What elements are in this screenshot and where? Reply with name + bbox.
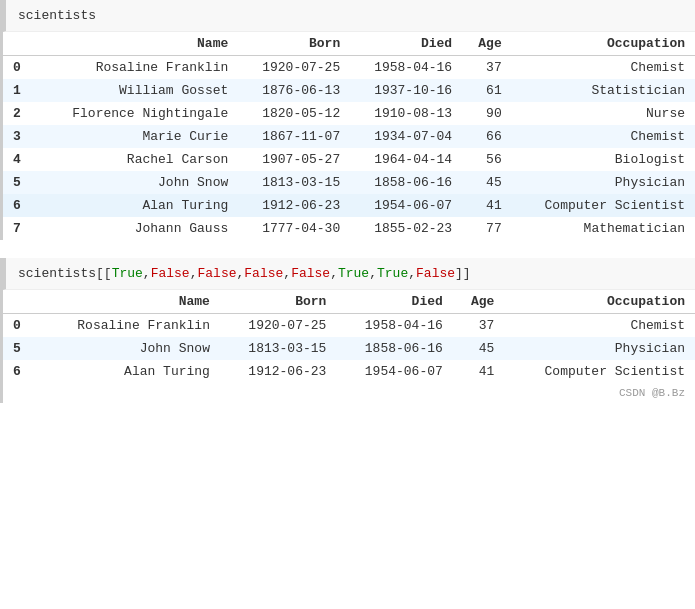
row-age: 41 bbox=[462, 194, 512, 217]
code-part: ]] bbox=[455, 266, 471, 281]
code-part: True bbox=[338, 266, 369, 281]
code-part: [[ bbox=[96, 266, 112, 281]
row-born: 1867-11-07 bbox=[238, 125, 350, 148]
row-occupation: Physician bbox=[512, 171, 695, 194]
row-born: 1912-06-23 bbox=[220, 360, 336, 383]
t2-col-header-born: Born bbox=[220, 290, 336, 314]
t2-col-header-name: Name bbox=[39, 290, 220, 314]
code-part: , bbox=[330, 266, 338, 281]
col-header-born: Born bbox=[238, 32, 350, 56]
table2-header-row: Name Born Died Age Occupation bbox=[3, 290, 695, 314]
code-label-1: scientists bbox=[18, 8, 96, 23]
table-row: 0 Rosaline Franklin 1920-07-25 1958-04-1… bbox=[3, 314, 695, 338]
dataframe-1: Name Born Died Age Occupation 0 Rosaline… bbox=[3, 32, 695, 240]
code-part: , bbox=[369, 266, 377, 281]
row-died: 1934-07-04 bbox=[350, 125, 462, 148]
col-header-index bbox=[3, 32, 37, 56]
row-born: 1920-07-25 bbox=[238, 56, 350, 80]
row-index: 5 bbox=[3, 171, 37, 194]
row-name: John Snow bbox=[39, 337, 220, 360]
table-header-row: Name Born Died Age Occupation bbox=[3, 32, 695, 56]
code-part: False bbox=[244, 266, 283, 281]
table-row: 2 Florence Nightingale 1820-05-12 1910-0… bbox=[3, 102, 695, 125]
row-occupation: Nurse bbox=[512, 102, 695, 125]
row-name: Rosaline Franklin bbox=[37, 56, 238, 80]
code-part: , bbox=[143, 266, 151, 281]
table-row: 0 Rosaline Franklin 1920-07-25 1958-04-1… bbox=[3, 56, 695, 80]
col-header-occupation: Occupation bbox=[512, 32, 695, 56]
dataframe-2: Name Born Died Age Occupation 0 Rosaline… bbox=[3, 290, 695, 383]
row-index: 0 bbox=[3, 56, 37, 80]
output-table-2: Name Born Died Age Occupation 0 Rosaline… bbox=[0, 290, 695, 403]
code-part: False bbox=[151, 266, 190, 281]
t2-col-header-died: Died bbox=[336, 290, 452, 314]
col-header-age: Age bbox=[462, 32, 512, 56]
row-name: Marie Curie bbox=[37, 125, 238, 148]
row-died: 1910-08-13 bbox=[350, 102, 462, 125]
row-index: 5 bbox=[3, 337, 39, 360]
row-age: 37 bbox=[462, 56, 512, 80]
row-born: 1912-06-23 bbox=[238, 194, 350, 217]
row-died: 1858-06-16 bbox=[336, 337, 452, 360]
row-born: 1876-06-13 bbox=[238, 79, 350, 102]
col-header-name: Name bbox=[37, 32, 238, 56]
row-age: 45 bbox=[453, 337, 505, 360]
code-part: True bbox=[112, 266, 143, 281]
row-age: 45 bbox=[462, 171, 512, 194]
row-occupation: Physician bbox=[504, 337, 695, 360]
row-index: 4 bbox=[3, 148, 37, 171]
row-name: Johann Gauss bbox=[37, 217, 238, 240]
row-name: John Snow bbox=[37, 171, 238, 194]
row-born: 1907-05-27 bbox=[238, 148, 350, 171]
row-died: 1954-06-07 bbox=[350, 194, 462, 217]
row-index: 7 bbox=[3, 217, 37, 240]
table-row: 7 Johann Gauss 1777-04-30 1855-02-23 77 … bbox=[3, 217, 695, 240]
table-row: 6 Alan Turing 1912-06-23 1954-06-07 41 C… bbox=[3, 194, 695, 217]
row-occupation: Statistician bbox=[512, 79, 695, 102]
row-occupation: Chemist bbox=[512, 125, 695, 148]
row-age: 77 bbox=[462, 217, 512, 240]
row-born: 1813-03-15 bbox=[238, 171, 350, 194]
row-index: 3 bbox=[3, 125, 37, 148]
table-row: 1 William Gosset 1876-06-13 1937-10-16 6… bbox=[3, 79, 695, 102]
row-index: 1 bbox=[3, 79, 37, 102]
table-row: 5 John Snow 1813-03-15 1858-06-16 45 Phy… bbox=[3, 337, 695, 360]
col-header-died: Died bbox=[350, 32, 462, 56]
row-age: 61 bbox=[462, 79, 512, 102]
t2-col-header-age: Age bbox=[453, 290, 505, 314]
table-row: 4 Rachel Carson 1907-05-27 1964-04-14 56… bbox=[3, 148, 695, 171]
row-age: 90 bbox=[462, 102, 512, 125]
row-born: 1820-05-12 bbox=[238, 102, 350, 125]
row-name: Alan Turing bbox=[37, 194, 238, 217]
code-part: False bbox=[291, 266, 330, 281]
row-died: 1964-04-14 bbox=[350, 148, 462, 171]
row-name: William Gosset bbox=[37, 79, 238, 102]
code-part: False bbox=[416, 266, 455, 281]
row-name: Rachel Carson bbox=[37, 148, 238, 171]
output-table-1: Name Born Died Age Occupation 0 Rosaline… bbox=[0, 32, 695, 240]
code-part: scientists bbox=[18, 266, 96, 281]
code-part: False bbox=[197, 266, 236, 281]
row-age: 37 bbox=[453, 314, 505, 338]
t2-col-header-index bbox=[3, 290, 39, 314]
row-index: 6 bbox=[3, 194, 37, 217]
code-cell-1: scientists bbox=[0, 0, 695, 32]
row-name: Florence Nightingale bbox=[37, 102, 238, 125]
row-died: 1937-10-16 bbox=[350, 79, 462, 102]
code-part: , bbox=[408, 266, 416, 281]
row-index: 2 bbox=[3, 102, 37, 125]
row-died: 1954-06-07 bbox=[336, 360, 452, 383]
code-part: True bbox=[377, 266, 408, 281]
row-born: 1813-03-15 bbox=[220, 337, 336, 360]
watermark: CSDN @B.Bz bbox=[3, 383, 695, 403]
row-born: 1777-04-30 bbox=[238, 217, 350, 240]
row-occupation: Biologist bbox=[512, 148, 695, 171]
table-row: 6 Alan Turing 1912-06-23 1954-06-07 41 C… bbox=[3, 360, 695, 383]
row-died: 1855-02-23 bbox=[350, 217, 462, 240]
row-name: Rosaline Franklin bbox=[39, 314, 220, 338]
table-row: 3 Marie Curie 1867-11-07 1934-07-04 66 C… bbox=[3, 125, 695, 148]
row-age: 56 bbox=[462, 148, 512, 171]
t2-col-header-occupation: Occupation bbox=[504, 290, 695, 314]
row-died: 1858-06-16 bbox=[350, 171, 462, 194]
row-occupation: Mathematician bbox=[512, 217, 695, 240]
